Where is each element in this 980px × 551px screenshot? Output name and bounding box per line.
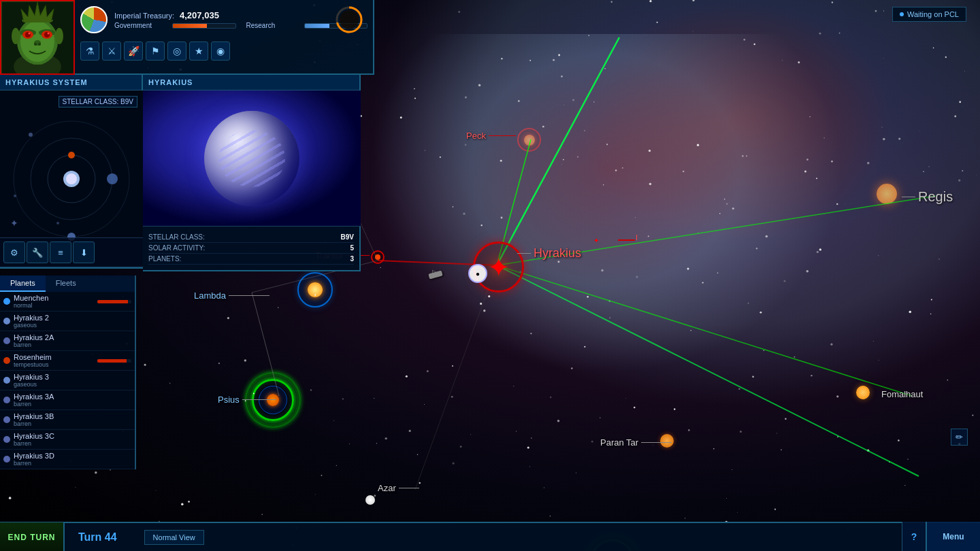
leader-avatar	[2, 2, 74, 73]
planet-list-item[interactable]: Hyrakius 3Bbarren	[0, 410, 135, 430]
enemy-range-mark: I	[636, 233, 638, 241]
enemy-line-end	[618, 239, 635, 241]
view-mode-display: Normal View	[144, 530, 204, 545]
detail-panel: HYRAKIUS STELLAR CLASS: B9V SOLAR ACTIVI…	[143, 75, 361, 271]
solar-activity-row: SOLAR ACTIVITY: 5	[148, 243, 354, 254]
treasury-label: Imperial Treasury:	[114, 12, 174, 20]
planet-type: barren	[14, 341, 131, 348]
psius-label[interactable]: Psius	[218, 395, 276, 405]
planet-info: Hyrakius 2Abarren	[14, 333, 131, 348]
tab-fleets[interactable]: Fleets	[46, 276, 86, 292]
people-icon-btn[interactable]: ⚔	[102, 41, 121, 61]
planet-type: barren	[14, 401, 131, 407]
planet-list-item[interactable]: Muenchennormal	[0, 292, 135, 312]
edit-icon-btn[interactable]: ✏	[951, 429, 968, 446]
planet-name: Hyrakius 3A	[14, 393, 131, 401]
planet-sphere	[204, 111, 299, 206]
svg-point-26	[12, 28, 20, 44]
svg-point-42	[14, 195, 16, 197]
planet-list-item[interactable]: Hyrakius 3gaseous	[0, 371, 135, 390]
planet-list-item[interactable]: Hyrakius 3Abarren	[0, 390, 135, 410]
planet-list-item[interactable]: Hyrakius 2Abarren	[0, 331, 135, 351]
planet-info: Hyrakius 3Dbarren	[14, 452, 131, 467]
svg-point-25	[38, 43, 41, 46]
ship-icon-btn[interactable]: 🚀	[124, 41, 143, 61]
planet-info: Hyrakius 3Abarren	[14, 393, 131, 407]
azar-label[interactable]: Azar	[378, 483, 419, 493]
globe-icon-btn[interactable]: ◎	[167, 41, 186, 61]
lambda-label[interactable]: Lambda	[194, 290, 270, 301]
system-panel: HYRAKIUS SYSTEM STELLAR CLASS: B9V ✦	[0, 75, 143, 269]
planet-type: gaseous	[14, 381, 131, 388]
planet-list-item[interactable]: Hyrakius 3Dbarren	[0, 450, 135, 469]
turn-number: Turn 44	[65, 531, 131, 544]
system-gear-btn[interactable]: ⚙	[3, 241, 25, 263]
system-layers-btn[interactable]: ≡	[50, 241, 71, 263]
paran-tar-label[interactable]: Paran Tar	[600, 437, 672, 448]
planet-name: Hyrakius 2A	[14, 333, 131, 341]
system-map: STELLAR CLASS: B9V ✦ ⚙ 🔧	[0, 90, 143, 267]
small-fleet-1[interactable]	[429, 272, 442, 278]
regis-label[interactable]: Regis	[902, 189, 953, 205]
planet-hp-bar	[97, 300, 131, 303]
hyrakius-label[interactable]: Hyrakius	[517, 246, 581, 261]
planet-dot	[3, 357, 10, 364]
enemy-fleet-marker: ✦	[593, 237, 599, 244]
planet-list: MuenchennormalHyrakius 2gaseousHyrakius …	[0, 292, 135, 469]
planet-info: Hyrakius 3Bbarren	[14, 412, 131, 427]
system-info-btn[interactable]: ⬇	[73, 241, 95, 263]
flag-icon-btn[interactable]: ⚑	[146, 41, 165, 61]
system-wrench-btn[interactable]: 🔧	[27, 241, 48, 263]
planet-list-item[interactable]: Hyrakius 3Cbarren	[0, 430, 135, 450]
planet-list-item[interactable]: Rosenheimtempestuous	[0, 351, 135, 371]
top-hud: Imperial Treasury: 4,207,035 Government …	[0, 0, 374, 75]
menu-button[interactable]: Menu	[926, 522, 980, 551]
svg-point-36	[66, 173, 77, 184]
fleet-marker-1[interactable]: ●	[468, 264, 487, 283]
planet-name: Hyrakius 3B	[14, 412, 131, 420]
end-turn-button[interactable]: END TURN	[0, 522, 65, 551]
star-icon-btn[interactable]: ★	[189, 41, 208, 61]
help-button[interactable]: ?	[902, 522, 926, 551]
treasury-value: 4,207,035	[180, 10, 219, 20]
planet-name: Hyrakius 3C	[14, 432, 131, 440]
planet-dot	[3, 337, 10, 344]
gov-bar-label: Government	[114, 22, 169, 29]
flask-icon-btn[interactable]: ⚗	[80, 41, 99, 61]
peck-label[interactable]: Peck	[466, 131, 516, 141]
planet-info: Hyrakius 3gaseous	[14, 373, 131, 388]
planet-list-item[interactable]: Hyrakius 2gaseous	[0, 312, 135, 331]
svg-point-27	[55, 28, 63, 44]
planet-type: tempestuous	[14, 361, 95, 368]
svg-text:✦: ✦	[10, 218, 18, 229]
res-bar-label: Research	[246, 22, 301, 29]
svg-point-37	[68, 152, 75, 158]
planet-type: normal	[14, 302, 95, 309]
leader-portrait[interactable]	[0, 0, 75, 75]
svg-point-22	[47, 32, 49, 34]
hud-info: Imperial Treasury: 4,207,035 Government …	[75, 0, 373, 73]
svg-point-30	[340, 10, 359, 29]
tab-planets[interactable]: Planets	[0, 276, 46, 292]
svg-point-38	[107, 173, 118, 184]
planet-dot	[3, 416, 10, 423]
planets-row: PLANETS: 3	[148, 254, 354, 265]
gov-bar-fill	[173, 24, 207, 28]
waiting-text: Waiting on PCL	[907, 10, 959, 18]
planet-hp-bar	[97, 359, 131, 363]
system-panel-header: HYRAKIUS SYSTEM	[0, 75, 142, 90]
planet-info: Hyrakius 2gaseous	[14, 314, 131, 329]
fomalhaut-label[interactable]: Fomalhaut	[881, 389, 923, 399]
resource-pie-chart	[80, 6, 108, 33]
pencil-icon: ✏	[956, 432, 963, 442]
planet-info: Rosenheimtempestuous	[14, 353, 95, 368]
planet-name: Hyrakius 3	[14, 373, 131, 381]
res-bar-fill	[305, 24, 330, 28]
planet-dot	[3, 436, 10, 443]
planet-dot	[3, 318, 10, 324]
svg-point-40	[29, 133, 33, 137]
stellar-class-badge: STELLAR CLASS: B9V	[59, 96, 138, 107]
bottom-bar: END TURN Turn 44 Normal View ? Menu	[0, 522, 980, 551]
shield-icon-btn[interactable]: ◉	[211, 41, 230, 61]
planet-hp-fill	[97, 359, 127, 363]
